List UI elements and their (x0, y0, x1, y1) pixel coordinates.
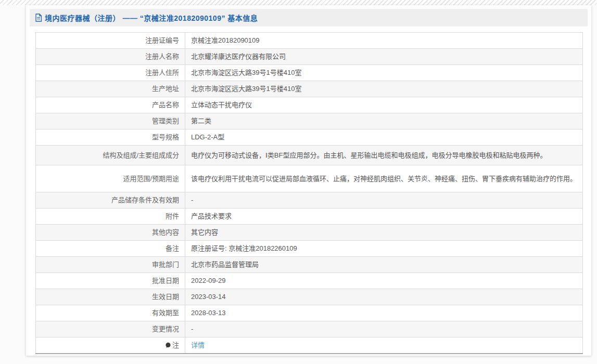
row-value: 北京耀洋康达医疗仪器有限公司 (185, 49, 583, 65)
row-label: 结构及组成/主要组成成分 (36, 146, 185, 165)
table-row: 注册人住所北京市海淀区远大路39号1号楼410室 (36, 65, 583, 81)
table-row: 变更情况- (36, 321, 583, 337)
row-value: LDG-2-A型 (185, 129, 583, 146)
detail-link[interactable]: 详情 (191, 341, 205, 349)
row-value: 北京市药品监督管理局 (185, 257, 583, 273)
row-label: 产品名称 (36, 97, 185, 113)
table-row: 附件产品技术要求 (36, 209, 583, 225)
row-label: 附件 (36, 209, 185, 225)
table-row: 适用范围/预期用途该电疗仪利用干扰电流可以促进局部血液循环、止痛，对神经肌肉组织… (36, 165, 583, 192)
row-value: 2023-03-14 (185, 289, 583, 305)
row-value: 立体动态干扰电疗仪 (185, 97, 583, 113)
row-label: 注 (36, 337, 185, 354)
table-row: 生效日期2023-03-14 (36, 289, 583, 305)
table-row: 产品名称立体动态干扰电疗仪 (36, 97, 583, 113)
row-label: 产品储存条件及有效期 (36, 192, 185, 209)
row-value: 2022-09-29 (185, 273, 583, 289)
document-icon (35, 14, 42, 22)
table-row: 备注原注册证号: 京械注准20182260109 (36, 241, 583, 257)
row-value: 北京市海淀区远大路39号1号楼410室 (185, 81, 583, 97)
table-row: 结构及组成/主要组成成分电疗仪为可移动式设备，Ⅰ类BF型应用部分。由主机、星形输… (36, 146, 583, 165)
row-label: 批准日期 (36, 273, 185, 289)
info-table-body: 注册证编号京械注准20182090109注册人名称北京耀洋康达医疗仪器有限公司注… (36, 33, 583, 354)
row-label: 注册人名称 (36, 49, 185, 65)
row-label: 注册人住所 (36, 65, 185, 81)
row-label: 备注 (36, 241, 185, 257)
row-label: 型号规格 (36, 129, 185, 146)
row-value: - (185, 192, 583, 209)
row-value: 电疗仪为可移动式设备，Ⅰ类BF型应用部分。由主机、星形输出电缆和电极组成，电极分… (185, 146, 583, 165)
row-label: 其他内容 (36, 225, 185, 241)
registration-info-table: 注册证编号京械注准20182090109注册人名称北京耀洋康达医疗仪器有限公司注… (35, 32, 583, 354)
row-label: 有效期至 (36, 305, 185, 321)
row-value: 原注册证号: 京械注准20182260109 (185, 241, 583, 257)
note-icon (165, 342, 171, 348)
row-label: 生产地址 (36, 81, 185, 97)
row-value: 北京市海淀区远大路39号1号楼410室 (185, 65, 583, 81)
row-value: 详情 (185, 337, 583, 354)
table-row: 产品储存条件及有效期- (36, 192, 583, 209)
table-row: 生产地址北京市海淀区远大路39号1号楼410室 (36, 81, 583, 97)
row-label: 生效日期 (36, 289, 185, 305)
row-label: 管理类别 (36, 113, 185, 129)
row-value: - (185, 321, 583, 337)
row-label: 审批部门 (36, 257, 185, 273)
table-row: 批准日期2022-09-29 (36, 273, 583, 289)
row-value: 其它内容 (185, 225, 583, 241)
table-row: 其他内容其它内容 (36, 225, 583, 241)
page-title: 境内医疗器械（注册） —— “京械注准20182090109” 基本信息 (45, 12, 258, 23)
table-row: 注册证编号京械注准20182090109 (36, 33, 583, 49)
row-label: 适用范围/预期用途 (36, 165, 185, 192)
table-row: 型号规格LDG-2-A型 (36, 129, 583, 146)
row-label: 注册证编号 (36, 33, 185, 49)
page-header: 境内医疗器械（注册） —— “京械注准20182090109” 基本信息 (30, 9, 588, 27)
table-row: 审批部门北京市药品监督管理局 (36, 257, 583, 273)
row-value: 京械注准20182090109 (185, 33, 583, 49)
row-label: 变更情况 (36, 321, 185, 337)
table-row: 有效期至2028-03-13 (36, 305, 583, 321)
page-top-hatch-decoration (0, 0, 597, 5)
table-row: 注详情 (36, 337, 583, 354)
table-row: 管理类别第二类 (36, 113, 583, 129)
row-value: 该电疗仪利用干扰电流可以促进局部血液循环、止痛，对神经肌肉组织、关节炎、神经痛、… (185, 165, 583, 192)
content-panel: 境内医疗器械（注册） —— “京械注准20182090109” 基本信息 注册证… (26, 5, 591, 356)
row-value: 第二类 (185, 113, 583, 129)
row-value: 2028-03-13 (185, 305, 583, 321)
table-row: 注册人名称北京耀洋康达医疗仪器有限公司 (36, 49, 583, 65)
row-value: 产品技术要求 (185, 209, 583, 225)
